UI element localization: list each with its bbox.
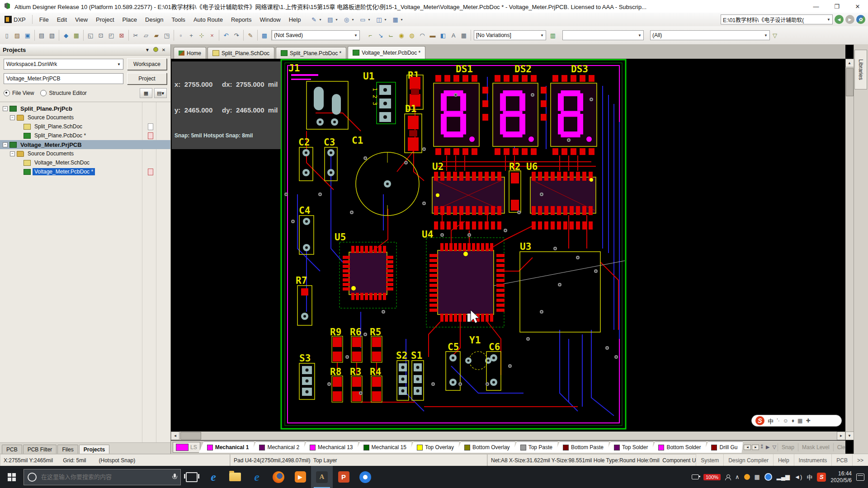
pcb-component-ds2[interactable]: DS2: [493, 64, 538, 155]
align-icon[interactable]: ⊹: [197, 30, 207, 40]
undo-icon[interactable]: ↶: [221, 30, 231, 40]
deselect-icon[interactable]: ×: [207, 30, 217, 40]
layer-scroll-spinner[interactable]: ◄: [744, 445, 751, 450]
vertical-scroll-thumb[interactable]: [846, 68, 854, 96]
more-panels-button[interactable]: >>: [852, 454, 868, 466]
people-icon[interactable]: [725, 474, 731, 480]
pcb-view-icon[interactable]: ▦: [71, 30, 81, 40]
arc-icon[interactable]: ◠: [417, 30, 427, 40]
sketch-tool-icon[interactable]: ✎: [309, 15, 318, 23]
tab-voltage-meter-pcbdoc[interactable]: Voltage_Meter.PcbDoc *: [348, 46, 425, 59]
variant-icon[interactable]: ▥: [548, 30, 558, 40]
panel-tab-projects[interactable]: Projects: [79, 445, 109, 454]
select-area-icon[interactable]: ▫: [176, 30, 186, 40]
pcb-component-ds3[interactable]: DS3: [551, 64, 597, 155]
search-input[interactable]: [40, 473, 169, 481]
panel-tab-files[interactable]: Files: [57, 445, 78, 454]
recent-path-combo[interactable]: E:\01教学材料\《电子设计辅助软(▼ ◄ ► ✿: [721, 14, 865, 24]
menu-auto-route[interactable]: Auto Route: [189, 14, 227, 25]
chevron-down-icon[interactable]: ▾: [352, 18, 354, 22]
fill-icon[interactable]: ▬: [428, 30, 438, 40]
pcb-preview-icon[interactable]: ▦: [140, 88, 152, 98]
pcb-component-ds1[interactable]: DS1: [434, 64, 479, 155]
taskbar-app-altium[interactable]: A: [311, 466, 333, 488]
menu-project[interactable]: Project: [92, 14, 118, 25]
string-icon[interactable]: A: [448, 30, 458, 40]
tray-app-orange-icon[interactable]: [744, 474, 750, 480]
workspace-button[interactable]: Workspace: [127, 58, 167, 70]
tree-item-split-plane-schdoc[interactable]: Split_Plane.SchDoc: [0, 122, 170, 131]
print-preview-icon[interactable]: ▧: [47, 30, 57, 40]
layer-tab-drill-guide[interactable]: Drill Gu: [703, 441, 743, 453]
dxp-menu[interactable]: DXP: [2, 15, 29, 24]
chevron-down-icon[interactable]: ▾: [335, 18, 337, 22]
pad-icon[interactable]: ◍: [407, 30, 417, 40]
chevron-down-icon[interactable]: ▾: [385, 18, 387, 22]
minimize-button[interactable]: —: [806, 0, 826, 13]
hidden-icons-chevron[interactable]: ∧: [735, 474, 740, 480]
find-tool-icon[interactable]: ◎: [342, 15, 351, 23]
tray-app-blue-icon[interactable]: [764, 473, 772, 481]
empty-combo-1[interactable]: ▼: [562, 30, 644, 40]
action-center-icon[interactable]: [856, 474, 864, 481]
libraries-panel-tab[interactable]: Libraries: [854, 50, 867, 89]
layer-tab-top-paste[interactable]: Top Paste: [512, 441, 558, 453]
copy-icon[interactable]: ▱: [141, 30, 151, 40]
zoom-window-icon[interactable]: ◱: [85, 30, 95, 40]
collapse-icon[interactable]: −: [3, 106, 8, 111]
pcb-component-r8[interactable]: R8: [330, 366, 343, 402]
redo-icon[interactable]: ↷: [231, 30, 241, 40]
layer-tab-bottom-solder[interactable]: Bottom Solder: [650, 441, 706, 453]
tree-folder-source-documents[interactable]: − Source Documents: [0, 113, 170, 122]
panel-pin-icon[interactable]: [151, 47, 160, 53]
print-icon[interactable]: ▤: [37, 30, 47, 40]
clear-toggle[interactable]: Clear: [833, 443, 845, 451]
zoom-selected-icon[interactable]: ◰: [106, 30, 116, 40]
task-view-button[interactable]: [181, 466, 203, 488]
layer-next-icon[interactable]: ▶: [764, 444, 771, 450]
panel-close-icon[interactable]: ✕: [160, 47, 168, 52]
grid-tool-icon[interactable]: ▦: [391, 15, 400, 23]
layer-tab-mechanical-1[interactable]: Mechanical 1: [199, 441, 255, 453]
file-view-radio[interactable]: File View: [4, 90, 34, 96]
taskbar-app-ie[interactable]: e: [246, 466, 268, 488]
chevron-down-icon[interactable]: ▾: [368, 18, 370, 22]
arrange-tool-icon[interactable]: ▤: [326, 15, 335, 23]
taskbar-app-firefox[interactable]: [268, 466, 289, 488]
net-label-icon[interactable]: ⌙: [386, 30, 396, 40]
menu-edit[interactable]: Edit: [53, 14, 71, 25]
layer-tab-bottom-paste[interactable]: Bottom Paste: [555, 441, 609, 453]
tab-split-plane-schdoc[interactable]: Split_Plane.SchDoc: [208, 47, 274, 59]
layer-filter-icon[interactable]: ▽: [771, 444, 777, 450]
ime-indicator[interactable]: 中: [807, 473, 812, 481]
vertical-scrollbar[interactable]: ▲ ▼: [845, 59, 854, 440]
clear-filter-icon[interactable]: ⊠: [117, 30, 127, 40]
cut-icon[interactable]: ✂: [131, 30, 141, 40]
filter-funnel-icon[interactable]: ▽: [770, 30, 780, 40]
layer-scroll-spinner[interactable]: ►: [752, 445, 759, 450]
scroll-up-icon[interactable]: ▲: [845, 59, 854, 67]
tree-project-split-plane[interactable]: − Split_Plane.PrjPcb: [0, 104, 170, 113]
network-icon[interactable]: ▂▄▆: [777, 474, 790, 480]
chevron-down-icon[interactable]: ▼: [824, 18, 830, 22]
pcb-component-r9[interactable]: R9: [330, 327, 343, 362]
chevron-down-icon[interactable]: ▾: [401, 18, 403, 22]
menu-tools[interactable]: Tools: [168, 14, 189, 25]
scroll-down-icon[interactable]: ▼: [845, 432, 854, 440]
panel-menu-icon[interactable]: ▼: [143, 47, 151, 52]
collapse-icon[interactable]: −: [10, 115, 15, 120]
horizontal-scroll-thumb[interactable]: [180, 432, 201, 440]
menu-place[interactable]: Place: [118, 14, 142, 25]
menu-help[interactable]: Help: [285, 14, 305, 25]
collapse-icon[interactable]: −: [3, 142, 8, 147]
new-doc-icon[interactable]: ▯: [2, 30, 12, 40]
layer-tab-mechanical-2[interactable]: Mechanical 2: [251, 441, 305, 453]
wire-icon[interactable]: ⌐: [365, 30, 375, 40]
taskbar-search[interactable]: [24, 469, 181, 485]
volume-icon[interactable]: ◄): [794, 474, 802, 480]
snap-toggle[interactable]: Snap: [778, 443, 798, 451]
help-panels-button[interactable]: Help: [773, 454, 794, 466]
scroll-right-icon[interactable]: ►: [837, 432, 845, 440]
snapshot-combo[interactable]: (Not Saved)▼: [272, 30, 360, 40]
layer-tab-top-overlay[interactable]: Top Overlay: [409, 441, 459, 453]
